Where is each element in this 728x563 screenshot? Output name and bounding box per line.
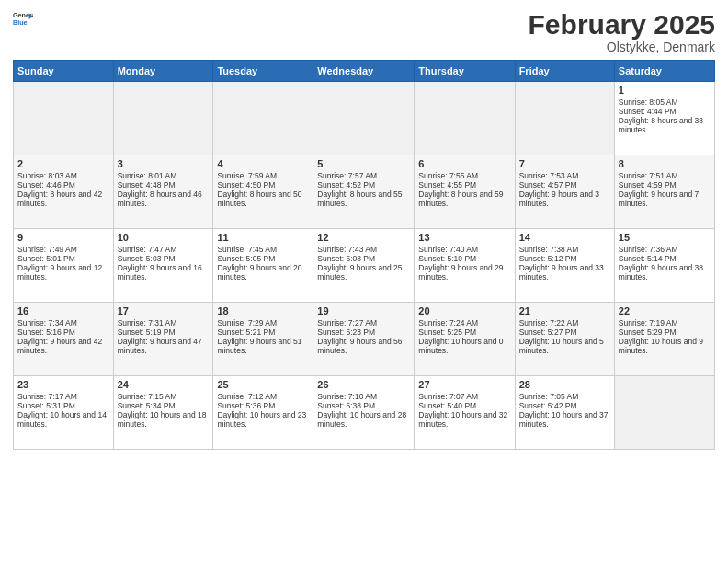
day-number: 18 bbox=[217, 305, 309, 316]
sunrise-text: Sunrise: 7:49 AM bbox=[17, 245, 109, 254]
calendar-cell: 16Sunrise: 7:34 AMSunset: 5:16 PMDayligh… bbox=[14, 303, 114, 376]
title-block: February 2025 Olstykke, Denmark bbox=[529, 9, 715, 54]
sunset-text: Sunset: 5:42 PM bbox=[519, 401, 610, 410]
calendar-header-row: Sunday Monday Tuesday Wednesday Thursday… bbox=[14, 61, 715, 82]
sunrise-text: Sunrise: 8:01 AM bbox=[118, 171, 210, 180]
calendar-week-row: 2Sunrise: 8:03 AMSunset: 4:46 PMDaylight… bbox=[14, 155, 715, 229]
daylight-text: Daylight: 9 hours and 16 minutes. bbox=[118, 263, 210, 282]
calendar-cell bbox=[113, 82, 213, 155]
sunset-text: Sunset: 4:44 PM bbox=[619, 107, 711, 116]
calendar-cell: 2Sunrise: 8:03 AMSunset: 4:46 PMDaylight… bbox=[14, 155, 114, 229]
daylight-text: Daylight: 9 hours and 51 minutes. bbox=[217, 337, 309, 355]
col-wednesday: Wednesday bbox=[313, 61, 415, 82]
daylight-text: Daylight: 8 hours and 42 minutes. bbox=[17, 190, 109, 208]
calendar-cell: 1Sunrise: 8:05 AMSunset: 4:44 PMDaylight… bbox=[614, 82, 714, 155]
sunrise-text: Sunrise: 7:12 AM bbox=[217, 392, 309, 401]
day-number: 16 bbox=[17, 305, 109, 316]
daylight-text: Daylight: 8 hours and 55 minutes. bbox=[317, 190, 410, 208]
daylight-text: Daylight: 9 hours and 20 minutes. bbox=[217, 263, 309, 282]
calendar-cell bbox=[213, 82, 313, 155]
day-number: 11 bbox=[217, 232, 309, 243]
sunset-text: Sunset: 5:19 PM bbox=[118, 327, 210, 337]
daylight-text: Daylight: 10 hours and 0 minutes. bbox=[418, 337, 510, 355]
sunrise-text: Sunrise: 7:53 AM bbox=[519, 171, 610, 180]
day-number: 20 bbox=[418, 305, 510, 316]
sunrise-text: Sunrise: 7:22 AM bbox=[519, 318, 610, 327]
sunrise-text: Sunrise: 7:10 AM bbox=[317, 392, 410, 401]
sunset-text: Sunset: 4:46 PM bbox=[17, 180, 109, 190]
daylight-text: Daylight: 10 hours and 32 minutes. bbox=[418, 410, 510, 429]
day-number: 3 bbox=[118, 158, 210, 169]
sunrise-text: Sunrise: 7:47 AM bbox=[118, 245, 210, 254]
sunrise-text: Sunrise: 7:45 AM bbox=[217, 245, 309, 254]
sunset-text: Sunset: 5:21 PM bbox=[217, 327, 309, 337]
calendar-cell: 4Sunrise: 7:59 AMSunset: 4:50 PMDaylight… bbox=[213, 155, 313, 229]
svg-text:Blue: Blue bbox=[13, 19, 28, 27]
day-number: 27 bbox=[418, 379, 510, 390]
sunrise-text: Sunrise: 7:59 AM bbox=[217, 171, 309, 180]
sunrise-text: Sunrise: 7:19 AM bbox=[619, 318, 711, 327]
sunset-text: Sunset: 4:59 PM bbox=[619, 180, 711, 190]
daylight-text: Daylight: 8 hours and 50 minutes. bbox=[217, 190, 309, 208]
calendar-cell: 28Sunrise: 7:05 AMSunset: 5:42 PMDayligh… bbox=[515, 376, 614, 450]
sunrise-text: Sunrise: 7:51 AM bbox=[619, 171, 711, 180]
sunset-text: Sunset: 5:25 PM bbox=[418, 327, 510, 337]
sunset-text: Sunset: 4:55 PM bbox=[418, 180, 510, 190]
calendar-cell: 27Sunrise: 7:07 AMSunset: 5:40 PMDayligh… bbox=[415, 376, 515, 450]
calendar-cell: 14Sunrise: 7:38 AMSunset: 5:12 PMDayligh… bbox=[515, 229, 614, 303]
day-number: 9 bbox=[17, 232, 109, 243]
sunset-text: Sunset: 5:16 PM bbox=[17, 327, 109, 337]
day-number: 19 bbox=[317, 305, 410, 316]
calendar-cell: 13Sunrise: 7:40 AMSunset: 5:10 PMDayligh… bbox=[415, 229, 515, 303]
sunset-text: Sunset: 5:05 PM bbox=[217, 254, 309, 263]
sunrise-text: Sunrise: 7:43 AM bbox=[317, 245, 410, 254]
day-number: 10 bbox=[118, 232, 210, 243]
sunrise-text: Sunrise: 7:29 AM bbox=[217, 318, 309, 327]
sunset-text: Sunset: 5:14 PM bbox=[619, 254, 711, 263]
sunset-text: Sunset: 5:27 PM bbox=[519, 327, 610, 337]
day-number: 13 bbox=[418, 232, 510, 243]
calendar-cell bbox=[515, 82, 614, 155]
sunset-text: Sunset: 5:08 PM bbox=[317, 254, 410, 263]
location: Olstykke, Denmark bbox=[529, 40, 715, 54]
daylight-text: Daylight: 9 hours and 56 minutes. bbox=[317, 337, 410, 355]
sunrise-text: Sunrise: 7:36 AM bbox=[619, 245, 711, 254]
sunrise-text: Sunrise: 8:05 AM bbox=[619, 98, 711, 107]
sunrise-text: Sunrise: 7:38 AM bbox=[519, 245, 610, 254]
calendar-week-row: 23Sunrise: 7:17 AMSunset: 5:31 PMDayligh… bbox=[14, 376, 715, 450]
calendar-cell bbox=[614, 376, 714, 450]
day-number: 17 bbox=[118, 305, 210, 316]
calendar-cell: 25Sunrise: 7:12 AMSunset: 5:36 PMDayligh… bbox=[213, 376, 313, 450]
sunset-text: Sunset: 5:29 PM bbox=[619, 327, 711, 337]
daylight-text: Daylight: 10 hours and 9 minutes. bbox=[619, 337, 711, 355]
calendar-cell bbox=[313, 82, 415, 155]
daylight-text: Daylight: 8 hours and 38 minutes. bbox=[619, 116, 711, 134]
sunrise-text: Sunrise: 8:03 AM bbox=[17, 171, 109, 180]
calendar-cell: 22Sunrise: 7:19 AMSunset: 5:29 PMDayligh… bbox=[614, 303, 714, 376]
sunset-text: Sunset: 4:52 PM bbox=[317, 180, 410, 190]
day-number: 26 bbox=[317, 379, 410, 390]
logo-icon: General Blue bbox=[13, 9, 33, 29]
day-number: 2 bbox=[17, 158, 109, 169]
sunrise-text: Sunrise: 7:55 AM bbox=[418, 171, 510, 180]
col-thursday: Thursday bbox=[415, 61, 515, 82]
sunrise-text: Sunrise: 7:15 AM bbox=[118, 392, 210, 401]
daylight-text: Daylight: 9 hours and 42 minutes. bbox=[17, 337, 109, 355]
calendar-cell bbox=[415, 82, 515, 155]
calendar-table: Sunday Monday Tuesday Wednesday Thursday… bbox=[13, 60, 715, 450]
sunset-text: Sunset: 4:48 PM bbox=[118, 180, 210, 190]
sunrise-text: Sunrise: 7:34 AM bbox=[17, 318, 109, 327]
calendar-cell: 3Sunrise: 8:01 AMSunset: 4:48 PMDaylight… bbox=[113, 155, 213, 229]
calendar-cell: 21Sunrise: 7:22 AMSunset: 5:27 PMDayligh… bbox=[515, 303, 614, 376]
month-title: February 2025 bbox=[529, 9, 715, 40]
sunrise-text: Sunrise: 7:31 AM bbox=[118, 318, 210, 327]
calendar-cell: 7Sunrise: 7:53 AMSunset: 4:57 PMDaylight… bbox=[515, 155, 614, 229]
daylight-text: Daylight: 9 hours and 3 minutes. bbox=[519, 190, 610, 208]
header: General Blue February 2025 Olstykke, Den… bbox=[13, 9, 715, 54]
calendar-cell: 5Sunrise: 7:57 AMSunset: 4:52 PMDaylight… bbox=[313, 155, 415, 229]
calendar-cell: 15Sunrise: 7:36 AMSunset: 5:14 PMDayligh… bbox=[614, 229, 714, 303]
day-number: 4 bbox=[217, 158, 309, 169]
day-number: 1 bbox=[619, 85, 711, 96]
calendar-week-row: 16Sunrise: 7:34 AMSunset: 5:16 PMDayligh… bbox=[14, 303, 715, 376]
calendar-cell: 19Sunrise: 7:27 AMSunset: 5:23 PMDayligh… bbox=[313, 303, 415, 376]
